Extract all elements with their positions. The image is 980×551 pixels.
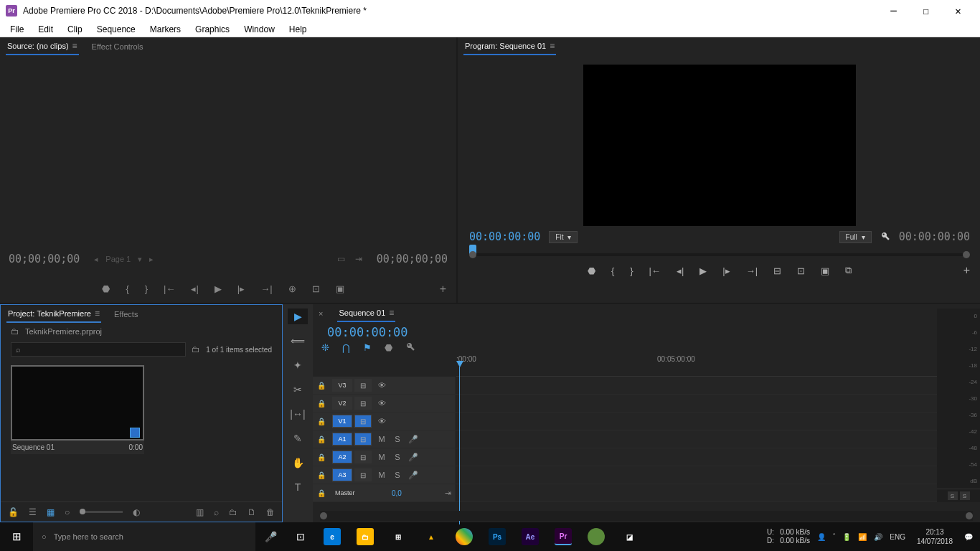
eye-icon[interactable]: 👁 [374,417,390,425]
menu-window[interactable]: Window [237,23,282,36]
snap-nested-icon[interactable]: ❊ [321,342,329,353]
app-edge[interactable]: e [316,522,349,551]
mute-icon[interactable]: M [374,453,390,461]
lock-icon[interactable]: 🔒 [313,418,330,425]
button-editor-icon[interactable]: + [440,283,446,296]
solo-left[interactable]: S [948,491,958,500]
mute-icon[interactable]: M [374,471,390,479]
track-label[interactable]: V1 [332,415,352,428]
resolution-select[interactable]: Full▾ [839,231,872,243]
lock-icon[interactable]: 🔒 [313,453,330,461]
add-marker-icon[interactable]: ⬣ [102,283,110,294]
close-tab-icon[interactable]: × [319,309,323,318]
snap-icon[interactable]: ⋂ [342,342,350,353]
go-to-in-icon[interactable]: |← [649,265,661,276]
comparison-view-icon[interactable]: ⧉ [845,265,852,276]
panel-menu-icon[interactable]: ≡ [95,309,100,319]
slip-tool[interactable]: |↔| [288,406,308,422]
master-level[interactable]: 0,0 [392,489,402,497]
timeline-zoom-scroll[interactable] [320,511,973,521]
new-bin-icon[interactable]: 🗀 [229,507,237,517]
tab-source[interactable]: Source: (no clips)≡ [6,38,79,55]
mark-in-icon[interactable]: { [611,265,614,276]
menu-clip[interactable]: Clip [60,23,90,36]
sync-lock-icon[interactable]: ⊟ [354,433,372,446]
solo-icon[interactable]: S [390,435,405,443]
sync-lock-icon[interactable]: ⊟ [354,451,372,463]
export-frame-icon[interactable]: ▣ [821,265,829,276]
app-premiere[interactable]: Pr [547,522,580,551]
page-next-icon[interactable]: ▸ [149,255,154,264]
pen-tool[interactable]: ✎ [288,430,308,446]
go-to-out-icon[interactable]: →| [746,265,758,276]
step-back-icon[interactable]: ◂| [677,265,684,276]
play-icon[interactable]: ▶ [215,283,222,294]
play-icon[interactable]: ▶ [699,265,707,276]
sort-icon[interactable]: ◐ [133,507,140,517]
export-frame-icon[interactable]: ▣ [336,283,344,294]
track-select-tool[interactable]: ⟸ [288,333,308,349]
tab-effect-controls[interactable]: Effect Controls [90,39,145,54]
menu-sequence[interactable]: Sequence [90,23,143,36]
zoom-select[interactable]: Fit▾ [549,231,578,243]
menu-markers[interactable]: Markers [143,23,188,36]
track-a2[interactable]: 🔒A2⊟MS🎤 [313,448,980,466]
step-forward-icon[interactable]: |▸ [237,283,245,294]
app-store[interactable]: ⊞ [382,522,415,551]
battery-icon[interactable]: 🔋 [842,533,851,541]
mute-icon[interactable]: M [374,435,390,443]
eye-icon[interactable]: 👁 [374,381,390,390]
close-button[interactable]: ✕ [942,1,974,21]
program-scrubber[interactable] [458,243,980,259]
find-icon[interactable]: ⌕ [214,507,219,517]
menu-edit[interactable]: Edit [31,23,60,36]
mark-out-icon[interactable]: } [630,265,633,276]
go-to-out-icon[interactable]: →| [260,283,272,294]
selection-tool[interactable]: ▶ [288,309,308,324]
menu-file[interactable]: File [3,23,31,36]
playhead-icon[interactable] [456,361,463,367]
maximize-button[interactable]: ☐ [910,1,942,21]
track-v2[interactable]: 🔒V2⊟👁 [313,395,980,413]
app-corel[interactable] [580,522,613,551]
write-lock-icon[interactable]: 🔓 [8,507,19,517]
track-label[interactable]: V2 [332,397,352,410]
track-label[interactable]: A2 [332,451,352,463]
lift-icon[interactable]: ⊟ [773,265,781,276]
hand-tool[interactable]: ✋ [288,455,308,471]
wifi-icon[interactable]: 📶 [858,533,867,541]
lock-icon[interactable]: 🔒 [313,435,330,443]
type-tool[interactable]: T [288,479,308,495]
track-a1[interactable]: 🔒A1⊟MS🎤 [313,430,980,448]
voice-icon[interactable]: 🎤 [405,435,421,444]
mark-out-icon[interactable]: } [145,283,148,294]
minimize-button[interactable]: ─ [877,1,910,21]
track-master[interactable]: 🔒Master0,0⇥ [313,484,980,502]
timeline-ruler[interactable]: :00:00 00:05:00:00 0 [456,354,980,377]
extract-icon[interactable]: ⊡ [797,265,805,276]
razor-tool[interactable]: ✂ [288,382,308,397]
overwrite-clip-icon[interactable]: ⊡ [312,283,320,294]
step-forward-icon[interactable]: |▸ [722,265,730,276]
track-label[interactable]: A3 [332,468,352,481]
automate-icon[interactable]: ▥ [196,507,204,517]
track-v1[interactable]: 🔒V1⊟👁 [313,413,980,430]
taskbar-search[interactable]: ○Type here to search [33,522,255,551]
menu-help[interactable]: Help [282,23,314,36]
overwrite-icon[interactable]: ▭ [337,254,345,264]
marker-add-icon[interactable]: ⬣ [385,342,392,353]
track-v3[interactable]: 🔒V3⊟👁 [313,377,980,395]
language-indicator[interactable]: ENG [890,533,905,541]
collapse-icon[interactable]: ⇥ [445,489,451,498]
page-dropdown-icon[interactable]: ▾ [138,255,142,264]
source-timecode-in[interactable]: 00;00;00;00 [9,253,80,265]
sync-lock-icon[interactable]: ⊟ [354,415,372,428]
tab-sequence[interactable]: Sequence 01≡ [337,305,395,322]
step-back-icon[interactable]: ◂| [191,283,198,294]
timeline-timecode[interactable]: 00:00:00:00 [320,324,415,341]
app-warning[interactable]: ▲ [415,522,448,551]
people-icon[interactable]: 👤 [817,533,826,541]
network-monitor[interactable]: U: 0.00 kB/sD: 0.00 kB/s [767,528,810,545]
app-explorer[interactable]: 🗀 [349,522,382,551]
thumbnail-size-slider[interactable] [80,511,123,513]
